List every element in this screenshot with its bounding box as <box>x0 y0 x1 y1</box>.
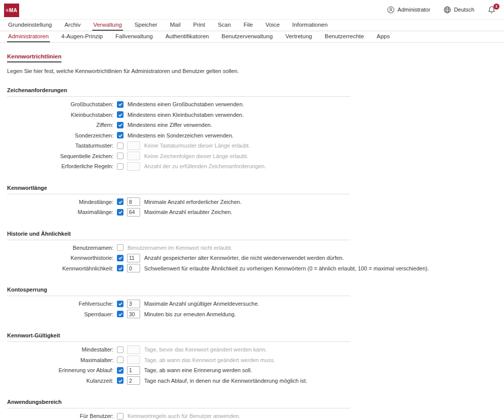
policy-row-kennworthistorie: Kennworthistorie:Anzahl gespeicherter al… <box>7 253 504 263</box>
sperrdauer-checkbox[interactable] <box>117 311 123 317</box>
mindestalter-checkbox[interactable] <box>117 346 123 353</box>
erinnerung-vor-ablauf-label: Erinnerung vor Ablauf: <box>7 367 113 373</box>
section-zeichenanforderungen: ZeichenanforderungenGroßbuchstaben:Minde… <box>7 87 504 172</box>
kleinbuchstaben-label: Kleinbuchstaben: <box>7 112 113 118</box>
section-kontosperrung: KontosperrungFehlversuche:Maximale Anzah… <box>7 287 504 319</box>
tab-scan[interactable]: Scan <box>217 20 232 31</box>
kennworthistorie-input[interactable] <box>127 254 140 262</box>
user-menu[interactable]: Administrator <box>387 6 430 14</box>
fur-benutzer-checkbox[interactable] <box>117 413 123 419</box>
language-label: Deutsch <box>454 7 474 13</box>
tab-grundeinstellung[interactable]: Grundeinstellung <box>7 20 53 31</box>
fur-benutzer-description: Kennwortregeln auch für Benutzer anwende… <box>128 413 240 419</box>
tab-archiv[interactable]: Archiv <box>64 20 82 31</box>
mindestalter-label: Mindestalter: <box>7 346 113 353</box>
mindestlange-label: Mindestlänge: <box>7 199 113 205</box>
kennwortahnlichkeit-input[interactable] <box>127 264 140 272</box>
mindestalter-description: Tage, bevor das Kennwort geändert werden… <box>144 346 267 353</box>
erforderliche-regeln-checkbox[interactable] <box>117 163 123 170</box>
tab-speicher[interactable]: Speicher <box>134 20 158 31</box>
sonderzeichen-description: Mindestens ein Sonderzeichen verwenden. <box>128 132 233 138</box>
maximallange-label: Maximallänge: <box>7 209 113 215</box>
subtab-administratoren[interactable]: Administratoren <box>7 31 50 42</box>
policy-row-erinnerung-vor-ablauf: Erinnerung vor Ablauf:Tage, ab wann eine… <box>7 365 504 376</box>
policy-row-mindestlange: Mindestlänge:Minimale Anzahl erforderlic… <box>7 197 504 207</box>
section-title: Anwendungsbereich <box>7 399 350 408</box>
subtab-authentifikatoren[interactable]: Authentifikatoren <box>164 31 210 42</box>
mindestlange-input[interactable] <box>127 197 140 206</box>
grossbuchstaben-label: Großbuchstaben: <box>7 101 113 107</box>
tab-kennwortrichtlinien[interactable]: Kennwortrichtlinien <box>7 53 61 62</box>
kennwortahnlichkeit-label: Kennwortähnlichkeit: <box>7 265 113 271</box>
tab-verwaltung[interactable]: Verwaltung <box>92 20 123 31</box>
subtab-fallverwaltung[interactable]: Fallverwaltung <box>114 31 154 42</box>
content-area: Kennwortrichtlinien Legen Sie hier fest,… <box>0 53 504 420</box>
sonderzeichen-label: Sonderzeichen: <box>7 132 113 138</box>
kulanzzeit-input[interactable] <box>127 376 140 385</box>
section-title: Kennwortlänge <box>7 185 350 194</box>
subtab-benutzerverwaltung[interactable]: Benutzerverwaltung <box>220 31 274 42</box>
tab-informationen[interactable]: Informationen <box>291 20 329 31</box>
tab-mail[interactable]: Mail <box>169 20 181 31</box>
erinnerung-vor-ablauf-checkbox[interactable] <box>117 367 123 374</box>
policy-row-maximallange: Maximallänge:Maximale Anzahl erlaubter Z… <box>7 207 504 218</box>
policy-row-kennwortahnlichkeit: Kennwortähnlichkeit:Schwellenwert für er… <box>7 263 504 274</box>
ziffern-checkbox[interactable] <box>117 122 123 128</box>
tab-print[interactable]: Print <box>192 20 206 31</box>
fur-benutzer-label: Für Benutzer: <box>7 413 113 419</box>
kennwortahnlichkeit-description: Schwellenwert für erlaubte Ähnlichkeit z… <box>144 265 429 271</box>
kennwortahnlichkeit-checkbox[interactable] <box>117 265 123 271</box>
mindestlange-description: Minimale Anzahl erforderlicher Zeichen. <box>144 199 241 205</box>
policy-row-grossbuchstaben: Großbuchstaben:Mindestens einen Großbuch… <box>7 99 504 110</box>
policy-row-sperrdauer: Sperrdauer:Minuten bis zur erneuten Anme… <box>7 309 504 320</box>
benutzernamen-checkbox[interactable] <box>117 244 123 251</box>
erinnerung-vor-ablauf-input[interactable] <box>127 366 140 375</box>
grossbuchstaben-checkbox[interactable] <box>117 101 123 108</box>
tastaturmuster-description: Keine Tastaturmuster dieser Länge erlaub… <box>144 143 250 149</box>
subtab-vertretung[interactable]: Vertretung <box>284 31 313 42</box>
subtab-apps[interactable]: Apps <box>375 31 391 42</box>
notifications-button[interactable]: 1 <box>487 6 496 14</box>
section-title: Kennwort-Gültigkeit <box>7 332 350 342</box>
tab-voice[interactable]: Voice <box>265 20 281 31</box>
tab-file[interactable]: File <box>242 20 254 31</box>
maximallange-checkbox[interactable] <box>117 209 123 216</box>
sequentielle-zeichen-description: Keine Zeichenfolgen dieser Länge erlaubt… <box>144 153 248 159</box>
policy-row-ziffern: Ziffern:Mindestens eine Ziffer verwenden… <box>7 120 504 130</box>
tastaturmuster-checkbox[interactable] <box>117 143 123 149</box>
kennworthistorie-label: Kennworthistorie: <box>7 255 113 261</box>
fehlversuche-description: Maximale Anzahl ungültiger Anmeldeversuc… <box>144 301 259 307</box>
policy-row-mindestalter: Mindestalter:Tage, bevor das Kennwort ge… <box>7 344 504 355</box>
kulanzzeit-label: Kulanzzeit: <box>7 378 113 384</box>
sequentielle-zeichen-checkbox[interactable] <box>117 153 123 159</box>
policy-row-fur-benutzer: Für Benutzer:Kennwortregeln auch für Ben… <box>7 411 504 420</box>
subtab-benutzerrechte[interactable]: Benutzerrechte <box>324 31 365 42</box>
sonderzeichen-checkbox[interactable] <box>117 132 123 138</box>
policy-row-fehlversuche: Fehlversuche:Maximale Anzahl ungültiger … <box>7 299 504 309</box>
kleinbuchstaben-checkbox[interactable] <box>117 111 123 118</box>
section-title: Kontosperrung <box>7 287 350 296</box>
language-menu[interactable]: Deutsch <box>444 6 474 14</box>
maximalalter-checkbox[interactable] <box>117 357 123 363</box>
maximalalter-label: Maximalalter: <box>7 357 113 363</box>
notification-badge: 1 <box>493 4 499 10</box>
kulanzzeit-checkbox[interactable] <box>117 377 123 384</box>
ema-logo: ≡MA <box>4 4 19 17</box>
subtab-4-augen-prinzip[interactable]: 4-Augen-Prinzip <box>60 31 104 42</box>
fehlversuche-checkbox[interactable] <box>117 301 123 307</box>
policy-row-sequentielle-zeichen: Sequentielle Zeichen:Keine Zeichenfolgen… <box>7 151 504 162</box>
ziffern-description: Mindestens eine Ziffer verwenden. <box>128 122 212 128</box>
fehlversuche-label: Fehlversuche: <box>7 301 113 307</box>
sperrdauer-input[interactable] <box>127 310 140 318</box>
user-icon <box>387 6 395 14</box>
kennworthistorie-checkbox[interactable] <box>117 255 123 261</box>
sperrdauer-label: Sperrdauer: <box>7 311 113 317</box>
tastaturmuster-input <box>127 142 140 150</box>
section-kennwortlange: KennwortlängeMindestlänge:Minimale Anzah… <box>7 185 504 218</box>
policy-row-erforderliche-regeln: Erforderliche Regeln:Anzahl der zu erfül… <box>7 161 504 172</box>
mindestlange-checkbox[interactable] <box>117 198 123 205</box>
maximallange-input[interactable] <box>127 208 140 217</box>
fehlversuche-input[interactable] <box>127 300 140 308</box>
maximalalter-description: Tage, ab wann das Kennwort geändert werd… <box>144 357 275 363</box>
erforderliche-regeln-input <box>127 162 140 171</box>
